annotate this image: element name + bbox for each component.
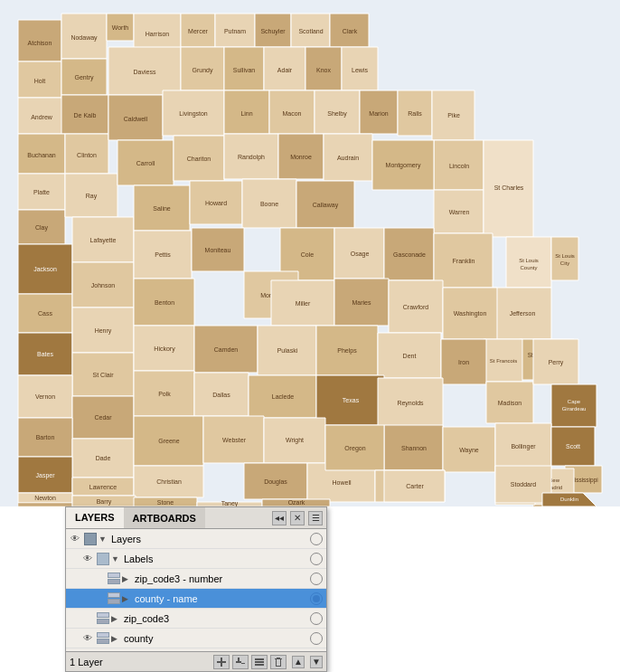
svg-text:Oregon: Oregon <box>344 445 365 452</box>
layer-target-circle-zip3[interactable] <box>310 612 323 625</box>
svg-text:Barry: Barry <box>97 498 112 506</box>
svg-text:Marion: Marion <box>369 110 389 117</box>
svg-text:Putnam: Putnam <box>224 28 246 34</box>
svg-text:St Louis: St Louis <box>555 253 575 259</box>
svg-text:Franklin: Franklin <box>453 258 475 264</box>
expand-arrow-county-name[interactable]: ▶ <box>122 594 133 603</box>
layer-row-layers[interactable]: 👁 ▼ Layers <box>66 529 326 549</box>
tab-layers[interactable]: LAYERS <box>66 507 124 528</box>
svg-text:Shelby: Shelby <box>327 110 347 118</box>
svg-text:Johnson: Johnson <box>91 282 116 289</box>
svg-rect-242 <box>280 659 281 666</box>
layer-row-zip3[interactable]: ▶ zip_code3 <box>66 609 326 629</box>
svg-text:Clinton: Clinton <box>77 152 97 158</box>
svg-text:Cole: Cole <box>301 251 315 258</box>
expand-arrow-labels[interactable]: ▼ <box>111 554 122 563</box>
panel-header: LAYERS ARTBOARDS ◂◂ ✕ ☰ <box>66 507 326 529</box>
layer-count: 1 Layer <box>70 657 103 667</box>
expand-arrow-county[interactable]: ▶ <box>111 634 122 643</box>
svg-text:Hickory: Hickory <box>154 345 175 353</box>
svg-text:Ray: Ray <box>86 193 98 200</box>
layer-target-circle-zip-number[interactable] <box>310 573 323 585</box>
svg-text:Linn: Linn <box>240 110 252 117</box>
svg-text:Howell: Howell <box>332 479 351 486</box>
svg-text:Dallas: Dallas <box>212 392 230 398</box>
svg-text:Wayne: Wayne <box>459 447 479 454</box>
expand-arrow-zip-number[interactable]: ▶ <box>122 574 133 583</box>
expand-arrow-layers[interactable]: ▼ <box>99 535 109 544</box>
layer-row-county[interactable]: 👁 ▶ county <box>66 629 326 648</box>
svg-rect-239 <box>277 658 280 658</box>
panel-menu-btn[interactable]: ☰ <box>308 511 323 525</box>
panel-footer: 1 Layer ▲ ▼ <box>66 651 326 671</box>
layer-target-circle-labels[interactable] <box>310 553 323 565</box>
svg-text:Douglas: Douglas <box>264 478 287 486</box>
move-layer-btn[interactable] <box>251 655 268 669</box>
svg-text:Howard: Howard <box>205 200 227 206</box>
svg-text:Gentry: Gentry <box>74 74 94 81</box>
svg-text:Knox: Knox <box>316 67 331 73</box>
svg-text:Phelps: Phelps <box>337 347 357 355</box>
close-panel-btn[interactable]: ✕ <box>290 511 305 525</box>
layer-name-labels: Labels <box>122 554 308 564</box>
layer-row-zip-number[interactable]: ▶ zip_code3 - number <box>66 569 326 589</box>
svg-text:Wright: Wright <box>286 437 304 444</box>
svg-text:Carroll: Carroll <box>136 160 155 166</box>
layer-row-labels[interactable]: 👁 ▼ Labels <box>66 549 326 569</box>
svg-rect-241 <box>276 659 277 666</box>
svg-text:Clark: Clark <box>343 28 358 34</box>
svg-text:Mercer: Mercer <box>188 28 208 34</box>
layer-name-zip-number: zip_code3 - number <box>133 573 308 584</box>
delete-layer-btn[interactable] <box>270 655 287 669</box>
layer-target-circle-layers[interactable] <box>310 533 323 545</box>
svg-text:Lafayette: Lafayette <box>90 237 117 244</box>
new-sublayer-btn[interactable] <box>232 655 249 669</box>
svg-text:Dunklin: Dunklin <box>560 497 578 502</box>
svg-text:Jasper: Jasper <box>35 472 55 479</box>
svg-text:St Clair: St Clair <box>93 372 115 378</box>
svg-text:Worth: Worth <box>112 24 129 31</box>
svg-text:Bates: Bates <box>37 351 53 357</box>
svg-text:Moniteau: Moniteau <box>205 247 231 253</box>
layers-panel[interactable]: LAYERS ARTBOARDS ◂◂ ✕ ☰ 👁 ▼ Layers 👁 ▼ L… <box>65 506 327 672</box>
svg-text:Gasconade: Gasconade <box>393 251 426 258</box>
svg-text:Adair: Adair <box>277 67 293 73</box>
svg-rect-234 <box>238 658 240 663</box>
layer-target-circle-county-name[interactable] <box>310 592 323 605</box>
layer-name-county: county <box>122 633 308 644</box>
layer-name-zip3: zip_code3 <box>122 613 308 624</box>
collapse-panel-btn[interactable]: ◂◂ <box>272 511 287 525</box>
layer-row-county-name[interactable]: ▶ county - name <box>66 589 326 609</box>
eye-visible-icon-county[interactable]: 👁 <box>80 631 95 646</box>
svg-text:Warren: Warren <box>449 209 470 215</box>
svg-text:Bollinger: Bollinger <box>511 443 536 450</box>
scroll-up-btn[interactable]: ▲ <box>292 656 305 668</box>
svg-text:Jackson: Jackson <box>33 266 57 272</box>
svg-text:Madison: Madison <box>498 400 522 406</box>
svg-text:Monroe: Monroe <box>290 154 312 160</box>
svg-rect-237 <box>255 661 264 663</box>
expand-arrow-zip3[interactable]: ▶ <box>111 614 122 623</box>
svg-text:Boone: Boone <box>260 201 278 207</box>
svg-text:Dade: Dade <box>96 455 111 461</box>
svg-text:County: County <box>520 265 537 270</box>
svg-text:Crawford: Crawford <box>403 304 429 310</box>
svg-text:St Francois: St Francois <box>490 358 517 364</box>
svg-text:Audrain: Audrain <box>337 155 359 161</box>
scroll-down-btn[interactable]: ▼ <box>310 656 323 668</box>
eye-visible-icon[interactable]: 👁 <box>68 532 82 546</box>
svg-text:Miller: Miller <box>296 300 311 307</box>
svg-text:De Kalb: De Kalb <box>74 112 97 118</box>
svg-text:Sullivan: Sullivan <box>233 67 256 73</box>
svg-text:Greene: Greene <box>158 438 179 444</box>
layer-target-circle-county[interactable] <box>310 632 323 645</box>
svg-text:Scotland: Scotland <box>298 28 323 34</box>
svg-text:Daviess: Daviess <box>134 69 156 75</box>
svg-text:Shannon: Shannon <box>401 445 427 451</box>
svg-text:Stone: Stone <box>157 499 174 506</box>
new-layer-btn[interactable] <box>213 655 230 669</box>
tab-artboards[interactable]: ARTBOARDS <box>124 507 205 528</box>
eye-visible-icon-labels[interactable]: 👁 <box>80 552 95 566</box>
svg-text:Ralls: Ralls <box>408 110 422 117</box>
svg-text:Cass: Cass <box>38 310 52 317</box>
